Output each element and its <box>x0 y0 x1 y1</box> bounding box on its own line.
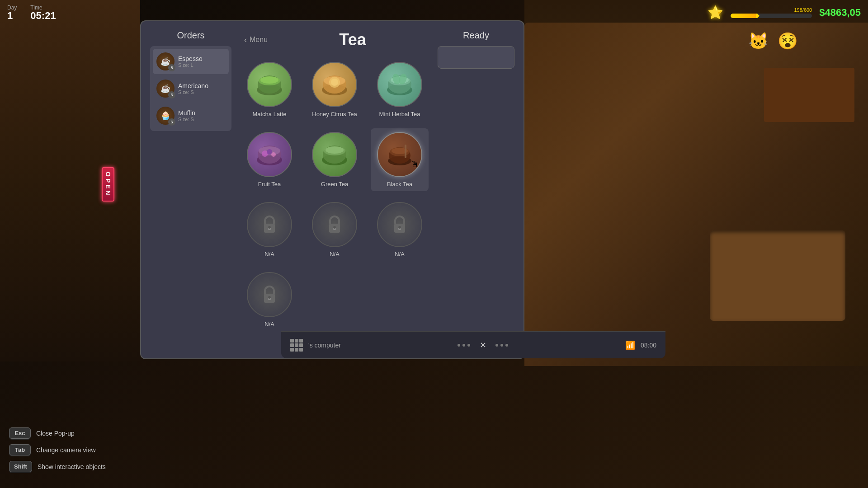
order-item[interactable]: ☕ 6 Americano Size: S <box>153 76 229 101</box>
order-item[interactable]: 🧁 6 Muffin Size: S <box>153 103 229 128</box>
shift-hint: Show interactive objects <box>38 463 106 470</box>
star-icon: ⭐ <box>708 5 723 20</box>
taskbar-clock: 08:00 <box>641 342 656 349</box>
black-tea-icon: 🖱 <box>377 132 422 177</box>
locked-item-icon-3 <box>377 202 422 247</box>
menu-item-locked-1: N/A <box>241 198 298 261</box>
esc-hint: Close Pop-up <box>36 430 75 437</box>
locked-item-label-1: N/A <box>264 251 274 258</box>
back-chevron-icon: ‹ <box>244 35 247 45</box>
menu-item-green-tea[interactable]: Green Tea <box>306 128 363 191</box>
tab-key[interactable]: Tab <box>9 444 31 455</box>
taskbar-right: 📶 08:00 <box>625 340 656 350</box>
menu-item-fruit-tea[interactable]: Fruit Tea <box>241 128 298 191</box>
svg-point-20 <box>271 152 276 157</box>
cursor-icon: 🖱 <box>410 159 419 169</box>
cat-icon: 🐱 <box>748 32 769 51</box>
close-button[interactable]: ✕ <box>477 340 488 351</box>
open-sign: OPEN <box>102 167 114 202</box>
black-tea-label: Black Tea <box>387 181 412 188</box>
matcha-latte-label: Matcha Latte <box>252 111 286 117</box>
menu-item-mint-herbal-tea[interactable]: Mint Herbal Tea <box>371 58 429 121</box>
popup-window: Orders ☕ 8 Espesso Size: L ☕ 6 <box>140 20 524 359</box>
game-left-area: OPEN <box>0 0 140 361</box>
dot <box>495 344 498 347</box>
game-right-area <box>524 0 868 366</box>
items-grid: Matcha Latte Honey Citrus Tea <box>241 58 429 349</box>
ready-title: Ready <box>438 30 514 41</box>
svg-point-8 <box>331 79 338 86</box>
order-size: Size: S <box>178 117 225 122</box>
order-name: Americano <box>178 82 225 89</box>
menu-item-locked-2: N/A <box>306 198 363 261</box>
svg-point-32 <box>268 226 271 229</box>
menu-item-black-tea[interactable]: 🖱 Black Tea <box>371 128 429 191</box>
honey-citrus-label: Honey Citrus Tea <box>312 111 357 117</box>
mint-herbal-label: Mint Herbal Tea <box>379 111 420 117</box>
honey-citrus-icon <box>312 62 357 107</box>
menu-item-locked-4: N/A <box>241 268 298 331</box>
grid-dot <box>295 343 298 347</box>
dot <box>500 344 503 347</box>
menu-title: Tea <box>277 30 429 49</box>
order-avatar: 🧁 6 <box>156 107 175 125</box>
locked-item-label-2: N/A <box>330 251 340 258</box>
order-info: Espesso Size: L <box>178 55 225 68</box>
svg-point-41 <box>268 296 271 299</box>
xp-text: 198/600 <box>731 7 812 13</box>
order-info: Americano Size: S <box>178 82 225 95</box>
order-info: Muffin Size: S <box>178 109 225 122</box>
locked-item-icon-4 <box>247 272 292 317</box>
tab-hint: Change camera view <box>36 446 96 454</box>
grid-dot <box>290 339 294 343</box>
dot <box>462 344 465 347</box>
locked-item-label-3: N/A <box>395 251 405 258</box>
hud-top: Day 1 Time 05:21 ⭐ 198/600 $4863,05 <box>0 0 868 25</box>
fruit-tea-label: Fruit Tea <box>258 181 281 188</box>
orders-title: Orders <box>150 30 231 41</box>
order-badge: 6 <box>168 91 175 99</box>
time-value: 05:21 <box>30 10 56 21</box>
svg-point-24 <box>326 146 344 154</box>
order-item[interactable]: ☕ 8 Espesso Size: L <box>153 49 229 74</box>
menu-header: ‹ Menu Tea <box>241 30 429 49</box>
menu-item-locked-3: N/A <box>371 198 429 261</box>
back-button[interactable]: ‹ Menu <box>241 33 271 47</box>
menu-item-matcha-latte[interactable]: Matcha Latte <box>241 58 298 121</box>
cafe-shelf <box>764 68 854 122</box>
order-name: Muffin <box>178 109 225 117</box>
grid-dot <box>299 343 303 347</box>
back-label: Menu <box>250 36 268 44</box>
grid-dot <box>299 339 303 343</box>
day-value: 1 <box>7 10 13 21</box>
mint-herbal-icon <box>377 62 422 107</box>
order-avatar: ☕ 6 <box>156 80 175 98</box>
xp-fill <box>731 14 757 18</box>
orders-panel: Orders ☕ 8 Espesso Size: L ☕ 6 <box>150 30 231 349</box>
cafe-interior <box>524 23 868 366</box>
esc-key[interactable]: Esc <box>9 427 31 439</box>
grid-dot <box>299 348 303 352</box>
grid-icon[interactable] <box>290 339 303 352</box>
computer-label: 's computer <box>308 342 341 349</box>
dot <box>458 344 460 347</box>
shift-key[interactable]: Shift <box>9 461 32 472</box>
order-name: Espesso <box>178 55 225 62</box>
order-badge: 6 <box>168 118 175 126</box>
hint-row-esc: Esc Close Pop-up <box>9 427 106 439</box>
grid-dot <box>290 343 294 347</box>
svg-point-19 <box>267 149 272 155</box>
money-display: $4863,05 <box>819 7 861 19</box>
xp-arrow <box>756 14 760 18</box>
day-display: Day 1 <box>7 5 17 21</box>
menu-item-honey-citrus-tea[interactable]: Honey Citrus Tea <box>306 58 363 121</box>
dot <box>467 344 470 347</box>
locked-item-icon-1 <box>247 202 292 247</box>
hint-row-tab: Tab Change camera view <box>9 444 106 455</box>
order-list: ☕ 8 Espesso Size: L ☕ 6 Americano <box>150 46 231 131</box>
svg-rect-29 <box>405 145 406 158</box>
locked-item-label-4: N/A <box>264 321 274 328</box>
svg-point-35 <box>333 226 336 229</box>
order-size: Size: S <box>178 89 225 95</box>
dot <box>505 344 508 347</box>
